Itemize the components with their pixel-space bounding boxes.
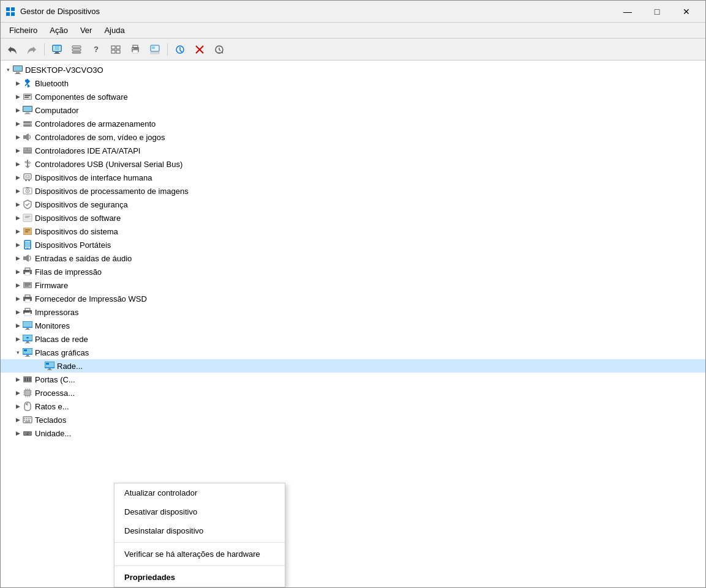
monitor-arrow[interactable]: ▶: [13, 321, 23, 330]
tree-printer[interactable]: ▶ Impressoras: [1, 305, 705, 319]
wsd-icon: [23, 294, 32, 303]
list-view-button[interactable]: [67, 41, 86, 58]
tree-mouse[interactable]: ▶ Ratos e...: [1, 400, 705, 413]
tree-root[interactable]: ▾ DESKTOP-V3CVO3O: [1, 63, 705, 76]
print-queue-arrow[interactable]: ▶: [13, 267, 23, 277]
root-label: DESKTOP-V3CVO3O: [25, 65, 103, 75]
portable-arrow[interactable]: ▶: [13, 240, 23, 250]
tree-ide[interactable]: ▶ Controladores IDE ATA/ATAPI: [1, 144, 705, 157]
tree-imaging[interactable]: ▶ Dispositivos de processamento de image…: [1, 184, 705, 198]
drives-arrow[interactable]: ▶: [13, 428, 23, 438]
ports-label: Portas (C...: [35, 375, 75, 384]
mouse-arrow[interactable]: ▶: [13, 401, 23, 411]
imaging-label: Dispositivos de processamento de imagens: [35, 187, 189, 196]
svg-rect-88: [26, 328, 29, 329]
svg-rect-132: [28, 420, 30, 421]
tree-bluetooth[interactable]: ▶ Bluetooth: [1, 76, 705, 90]
tree-network[interactable]: ▶ Placas de rede: [1, 332, 705, 346]
scan-button[interactable]: [210, 41, 228, 58]
gpu-icon: [23, 348, 32, 357]
context-menu-properties[interactable]: Propriedades: [115, 568, 285, 587]
print-button[interactable]: [126, 41, 145, 58]
hid-arrow[interactable]: ▶: [13, 173, 23, 182]
system-icon: [23, 226, 32, 236]
hid-label: Dispositivos de interface humana: [35, 173, 152, 182]
imaging-arrow[interactable]: ▶: [13, 186, 23, 196]
svg-rect-28: [16, 72, 20, 73]
svg-rect-108: [29, 378, 31, 381]
tree-print-queue[interactable]: ▶ Filas de impressão: [1, 265, 705, 278]
tree-gpu[interactable]: ▾ Placas gráficas: [1, 346, 705, 359]
svg-rect-92: [26, 341, 29, 343]
security-arrow[interactable]: ▶: [13, 199, 23, 209]
update-button[interactable]: [171, 41, 189, 58]
help-button[interactable]: ?: [87, 41, 105, 58]
tree-softdev[interactable]: ▶ Dispositivos de software: [1, 211, 705, 225]
close-button[interactable]: ✕: [672, 2, 700, 21]
uninstall-button[interactable]: [190, 41, 209, 58]
computer-arrow[interactable]: ▶: [13, 105, 23, 115]
tree-computer[interactable]: ▶ Computador: [1, 103, 705, 117]
properties-button[interactable]: [146, 41, 164, 58]
tree-components[interactable]: ▶ Componentes de software: [1, 90, 705, 103]
svg-rect-48: [25, 162, 27, 163]
menu-ajuda[interactable]: Ajuda: [98, 23, 130, 37]
tree-security[interactable]: ▶ Dispositivos de segurança: [1, 198, 705, 211]
bluetooth-arrow[interactable]: ▶: [13, 78, 23, 88]
system-arrow[interactable]: ▶: [13, 226, 23, 236]
back-button[interactable]: [3, 41, 21, 58]
maximize-button[interactable]: □: [643, 2, 671, 21]
processor-arrow[interactable]: ▶: [13, 388, 23, 398]
tree-keyboard[interactable]: ▶ Teclados: [1, 413, 705, 426]
minimize-button[interactable]: —: [614, 2, 642, 21]
ports-arrow[interactable]: ▶: [13, 374, 23, 384]
forward-button[interactable]: [23, 41, 41, 58]
menu-ver[interactable]: Ver: [74, 23, 99, 37]
printer-arrow[interactable]: ▶: [13, 307, 23, 317]
ports-icon: [23, 374, 32, 384]
tree-drives[interactable]: ▶ Unidade...: [1, 426, 705, 440]
device-tree[interactable]: ▾ DESKTOP-V3CVO3O ▶ Bluetooth: [1, 61, 705, 587]
storage-arrow[interactable]: ▶: [13, 119, 23, 128]
ide-arrow[interactable]: ▶: [13, 146, 23, 155]
root-expand-arrow[interactable]: ▾: [3, 65, 13, 75]
tree-usb[interactable]: ▶ Controladores USB (Universal Serial Bu…: [1, 157, 705, 171]
tree-audio[interactable]: ▶ Entradas e saídas de áudio: [1, 251, 705, 265]
gpu-arrow[interactable]: ▾: [13, 348, 23, 357]
components-arrow[interactable]: ▶: [13, 92, 23, 102]
svg-rect-18: [132, 48, 133, 49]
context-menu-scan[interactable]: Verificar se há alterações de hardware: [115, 545, 285, 564]
context-menu-update[interactable]: Atualizar controlador: [115, 483, 285, 502]
wsd-arrow[interactable]: ▶: [13, 294, 23, 303]
svg-rect-61: [25, 217, 29, 218]
audio-arrow[interactable]: ▶: [13, 253, 23, 263]
tree-hid[interactable]: ▶ Dispositivos de interface humana: [1, 171, 705, 184]
menu-ficheiro[interactable]: Ficheiro: [3, 23, 43, 37]
svg-rect-126: [24, 418, 25, 419]
keyboard-arrow[interactable]: ▶: [13, 415, 23, 425]
svg-rect-20: [152, 47, 155, 49]
computer-view-button[interactable]: [48, 41, 66, 58]
tree-ports[interactable]: ▶ Portas (C...: [1, 373, 705, 386]
firmware-arrow[interactable]: ▶: [13, 280, 23, 290]
context-menu-disable[interactable]: Desativar dispositivo: [115, 502, 285, 521]
tree-sound[interactable]: ▶ Controladores de som, vídeo e jogos: [1, 130, 705, 144]
sound-arrow[interactable]: ▶: [13, 132, 23, 142]
tree-storage[interactable]: ▶ Controladores de armazenamento: [1, 117, 705, 130]
context-menu-uninstall[interactable]: Desinstalar dispositivo: [115, 521, 285, 540]
network-arrow[interactable]: ▶: [13, 334, 23, 344]
tree-system[interactable]: ▶ Dispositivos do sistema: [1, 225, 705, 238]
svg-rect-2: [6, 12, 10, 16]
softdev-arrow[interactable]: ▶: [13, 213, 23, 223]
svg-rect-110: [25, 390, 30, 395]
tree-portable[interactable]: ▶ Dispositivos Portáteis: [1, 238, 705, 251]
tree-firmware[interactable]: ▶ Firmware: [1, 278, 705, 292]
tree-monitor[interactable]: ▶ Monitores: [1, 319, 705, 332]
grid-view-button[interactable]: [107, 41, 125, 58]
tree-gpu-item[interactable]: ▶ Rade...: [1, 359, 705, 373]
svg-rect-12: [116, 46, 120, 49]
tree-wsd[interactable]: ▶ Fornecedor de Impressão WSD: [1, 292, 705, 305]
usb-arrow[interactable]: ▶: [13, 159, 23, 169]
tree-processor[interactable]: ▶ Proces: [1, 386, 705, 400]
menu-acao[interactable]: Ação: [43, 23, 74, 37]
